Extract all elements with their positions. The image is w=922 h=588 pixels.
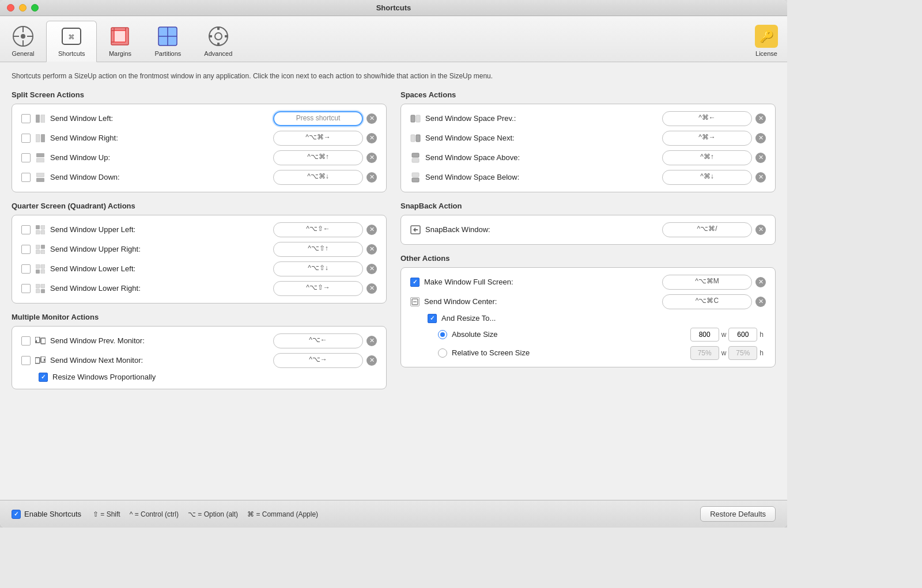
svg-rect-50 bbox=[35, 358, 40, 363]
split-up-shortcut-input[interactable]: ^⌥⌘↑ bbox=[273, 150, 363, 165]
next-monitor-clear[interactable]: ✕ bbox=[366, 355, 377, 366]
split-up-checkbox[interactable] bbox=[21, 153, 31, 162]
space-next-shortcut-input[interactable]: ^⌘→ bbox=[662, 131, 752, 146]
quarter-ur-checkbox[interactable] bbox=[21, 245, 31, 254]
relative-h-label: h bbox=[759, 349, 764, 357]
space-prev-shortcut-input[interactable]: ^⌘← bbox=[662, 111, 752, 126]
minimize-button[interactable] bbox=[19, 4, 27, 12]
bottom-bar: Enable Shortcuts ⇧ = Shift ^ = Control (… bbox=[0, 500, 787, 528]
space-above-label: Send Window Space Above: bbox=[425, 153, 662, 162]
absolute-size-radio[interactable] bbox=[438, 330, 447, 339]
space-below-shortcut-field: ^⌘↓ ✕ bbox=[662, 170, 766, 185]
split-left-clear[interactable]: ✕ bbox=[366, 113, 377, 124]
quarter-ul-shortcut-input[interactable]: ^⌥⇧← bbox=[273, 222, 363, 237]
split-right-checkbox[interactable] bbox=[21, 134, 31, 143]
fullscreen-clear[interactable]: ✕ bbox=[755, 277, 766, 287]
svg-rect-28 bbox=[36, 158, 44, 162]
toolbar-tabs: General ⌘ Shortcuts bbox=[0, 21, 244, 62]
split-down-shortcut-input[interactable]: ^⌥⌘↓ bbox=[273, 170, 363, 185]
tab-advanced[interactable]: Advanced bbox=[192, 21, 244, 62]
space-above-row: Send Window Space Above: ^⌘↑ ✕ bbox=[410, 150, 766, 165]
absolute-w-input[interactable]: 800 bbox=[690, 328, 719, 342]
absolute-h-input[interactable]: 600 bbox=[728, 328, 757, 342]
quarter-ll-clear[interactable]: ✕ bbox=[366, 264, 377, 274]
quarter-ur-shortcut-input[interactable]: ^⌥⇧↑ bbox=[273, 242, 363, 257]
svg-rect-38 bbox=[41, 250, 45, 254]
split-left-checkbox[interactable] bbox=[21, 114, 31, 123]
next-monitor-checkbox[interactable] bbox=[21, 356, 31, 365]
enable-shortcuts-checkbox[interactable] bbox=[12, 510, 21, 519]
quarter-ll-checkbox[interactable] bbox=[21, 264, 31, 274]
relative-w-input[interactable]: 75% bbox=[690, 346, 719, 360]
space-next-clear[interactable]: ✕ bbox=[755, 133, 766, 143]
tab-general[interactable]: General bbox=[0, 21, 46, 62]
split-up-clear[interactable]: ✕ bbox=[366, 153, 377, 163]
tab-shortcuts[interactable]: ⌘ Shortcuts bbox=[46, 21, 97, 62]
space-above-shortcut-input[interactable]: ^⌘↑ bbox=[662, 150, 752, 165]
space-below-clear[interactable]: ✕ bbox=[755, 172, 766, 183]
snapback-label: SnapBack Window: bbox=[425, 225, 662, 234]
space-prev-clear[interactable]: ✕ bbox=[755, 113, 766, 124]
svg-rect-37 bbox=[36, 250, 40, 254]
prev-monitor-checkbox[interactable] bbox=[21, 336, 31, 346]
quarter-lr-checkbox[interactable] bbox=[21, 284, 31, 293]
quarter-ll-shortcut-input[interactable]: ^⌥⇧↓ bbox=[273, 261, 363, 276]
quarter-lr-clear[interactable]: ✕ bbox=[366, 283, 377, 294]
prev-monitor-shortcut-input[interactable]: ^⌥← bbox=[273, 333, 363, 348]
legend-control: ^ = Control (ctrl) bbox=[130, 510, 179, 518]
close-button[interactable] bbox=[7, 4, 14, 12]
prev-monitor-icon bbox=[35, 336, 46, 346]
next-monitor-shortcut-input[interactable]: ^⌥→ bbox=[273, 353, 363, 368]
quarter-ul-clear[interactable]: ✕ bbox=[366, 225, 377, 235]
right-column: Spaces Actions Send Window Space Prev.: … bbox=[400, 90, 776, 399]
tab-general-label: General bbox=[12, 50, 34, 57]
center-checkbox[interactable] bbox=[410, 297, 420, 306]
fullscreen-button[interactable] bbox=[31, 4, 39, 12]
quarter-ul-checkbox[interactable] bbox=[21, 225, 31, 234]
split-down-clear[interactable]: ✕ bbox=[366, 172, 377, 183]
space-below-shortcut-input[interactable]: ^⌘↓ bbox=[662, 170, 752, 185]
resize-proportionally-checkbox[interactable] bbox=[39, 373, 48, 382]
quarter-ur-clear[interactable]: ✕ bbox=[366, 244, 377, 255]
license-button[interactable]: 🔑 License bbox=[755, 25, 778, 57]
snapback-shortcut-input[interactable]: ^⌥⌘/ bbox=[662, 222, 752, 237]
svg-rect-20 bbox=[217, 43, 220, 46]
tab-margins[interactable]: Margins bbox=[97, 21, 143, 62]
quarter-ll-icon bbox=[35, 264, 46, 274]
svg-rect-36 bbox=[41, 245, 45, 249]
fullscreen-checkbox[interactable] bbox=[410, 278, 420, 287]
svg-text:⌘: ⌘ bbox=[69, 32, 74, 43]
title-bar: Shortcuts bbox=[0, 0, 787, 16]
prev-monitor-clear[interactable]: ✕ bbox=[366, 336, 377, 346]
quarter-lr-shortcut-input[interactable]: ^⌥⇧→ bbox=[273, 281, 363, 296]
svg-rect-42 bbox=[41, 270, 45, 274]
svg-rect-32 bbox=[41, 225, 45, 229]
restore-defaults-button[interactable]: Restore Defaults bbox=[700, 506, 776, 522]
and-resize-row: And Resize To... bbox=[410, 314, 766, 323]
split-left-shortcut-field: Press shortcut ✕ bbox=[273, 111, 377, 126]
snapback-icon bbox=[410, 225, 421, 235]
split-right-clear[interactable]: ✕ bbox=[366, 133, 377, 143]
svg-rect-19 bbox=[217, 26, 220, 30]
split-down-checkbox[interactable] bbox=[21, 173, 31, 182]
multiple-monitor-section: Send Window Prev. Monitor: ^⌥← ✕ Send Wi… bbox=[12, 326, 387, 389]
snapback-clear[interactable]: ✕ bbox=[755, 225, 766, 235]
split-right-shortcut-input[interactable]: ^⌥⌘→ bbox=[273, 131, 363, 146]
relative-size-radio[interactable] bbox=[438, 348, 447, 358]
tab-partitions-label: Partitions bbox=[154, 50, 181, 57]
center-shortcut-input[interactable]: ^⌥⌘C bbox=[662, 294, 752, 309]
space-above-clear[interactable]: ✕ bbox=[755, 153, 766, 163]
split-left-shortcut-input[interactable]: Press shortcut bbox=[273, 111, 363, 126]
relative-h-input[interactable]: 75% bbox=[728, 346, 757, 360]
split-up-shortcut-field: ^⌥⌘↑ ✕ bbox=[273, 150, 377, 165]
content-area: Shortcuts perform a SizeUp action on the… bbox=[0, 62, 787, 500]
shortcuts-icon: ⌘ bbox=[60, 25, 83, 48]
and-resize-checkbox[interactable] bbox=[428, 314, 437, 323]
spaces-title: Spaces Actions bbox=[400, 90, 776, 99]
fullscreen-shortcut-input[interactable]: ^⌥⌘M bbox=[662, 275, 752, 290]
general-icon bbox=[12, 25, 35, 48]
partitions-icon bbox=[156, 25, 179, 48]
tab-partitions[interactable]: Partitions bbox=[143, 21, 192, 62]
window-title: Shortcuts bbox=[376, 3, 411, 12]
center-clear[interactable]: ✕ bbox=[755, 297, 766, 307]
